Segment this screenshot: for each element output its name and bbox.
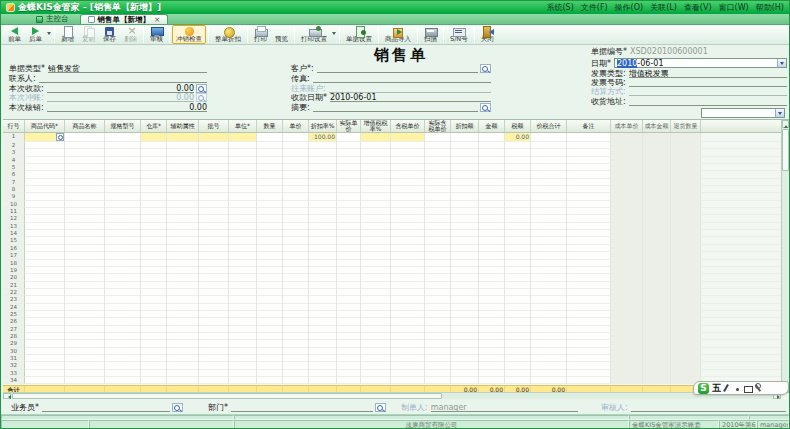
grid-cell[interactable] xyxy=(25,171,65,178)
grid-cell[interactable] xyxy=(65,245,105,252)
grid-cell[interactable] xyxy=(425,142,451,149)
salesman-lookup-icon[interactable] xyxy=(172,403,183,412)
scroll-left-icon[interactable] xyxy=(3,393,11,399)
grid-cell[interactable] xyxy=(361,333,391,340)
grid-cell[interactable] xyxy=(337,340,361,347)
grid-cell[interactable] xyxy=(25,260,65,267)
grid-cell[interactable] xyxy=(257,142,283,149)
grid-cell[interactable] xyxy=(141,289,167,296)
date-combobox[interactable]: 2010 -06-01 xyxy=(614,58,787,68)
grid-cell[interactable] xyxy=(283,193,309,200)
grid-cell[interactable] xyxy=(671,282,701,289)
grid-cell[interactable] xyxy=(671,164,701,171)
grid-cell[interactable] xyxy=(199,179,229,186)
grid-cell[interactable] xyxy=(643,179,671,186)
grid-cell[interactable] xyxy=(531,355,567,362)
grid-cell[interactable] xyxy=(337,208,361,215)
grid-cell[interactable] xyxy=(65,142,105,149)
grid-cell[interactable] xyxy=(361,193,391,200)
grid-cell[interactable] xyxy=(671,142,701,149)
grid-cell[interactable] xyxy=(479,377,505,384)
grid-cell[interactable] xyxy=(643,377,671,384)
grid-cell[interactable] xyxy=(505,245,531,252)
grid-cell[interactable] xyxy=(65,186,105,193)
grid-cell[interactable] xyxy=(199,274,229,281)
grid-cell[interactable] xyxy=(671,355,701,362)
grid-cell[interactable] xyxy=(229,164,257,171)
grid-cell[interactable] xyxy=(451,133,479,142)
grid-cell[interactable] xyxy=(141,282,167,289)
grid-cell[interactable] xyxy=(105,215,141,222)
grid-cell[interactable] xyxy=(309,179,337,186)
grid-cell[interactable] xyxy=(141,377,167,384)
grid-cell[interactable] xyxy=(199,260,229,267)
grid-cell[interactable] xyxy=(671,333,701,340)
grid-cell[interactable] xyxy=(257,362,283,369)
grid-cell[interactable] xyxy=(567,223,611,230)
chevron-down-icon[interactable] xyxy=(775,109,784,117)
toolbar-button-preview[interactable]: 预览 xyxy=(271,25,292,44)
grid-cell[interactable] xyxy=(167,289,199,296)
grid-cell[interactable] xyxy=(505,142,531,149)
grid-cell[interactable] xyxy=(25,274,65,281)
grid-cell[interactable] xyxy=(309,164,337,171)
floating-combobox[interactable] xyxy=(701,108,785,118)
contact-input[interactable] xyxy=(39,74,207,83)
grid-cell[interactable] xyxy=(229,149,257,156)
grid-cell[interactable] xyxy=(611,289,643,296)
grid-cell[interactable] xyxy=(141,133,167,142)
grid-cell[interactable] xyxy=(391,318,425,325)
grid-cell[interactable] xyxy=(65,171,105,178)
grid-cell[interactable] xyxy=(167,333,199,340)
grid-cell[interactable] xyxy=(105,201,141,208)
grid-cell[interactable] xyxy=(337,304,361,311)
grid-cell[interactable] xyxy=(505,252,531,259)
grid-cell[interactable] xyxy=(167,208,199,215)
grid-cell[interactable] xyxy=(479,326,505,333)
grid-cell[interactable] xyxy=(25,267,65,274)
grid-cell[interactable] xyxy=(451,164,479,171)
grid-cell[interactable] xyxy=(199,340,229,347)
grid-cell[interactable] xyxy=(141,164,167,171)
grid-cell[interactable] xyxy=(167,362,199,369)
grid-cell[interactable] xyxy=(451,348,479,355)
grid-cell[interactable] xyxy=(425,171,451,178)
grid-cell[interactable] xyxy=(671,237,701,244)
grid-cell[interactable] xyxy=(167,215,199,222)
grid-cell[interactable] xyxy=(451,377,479,384)
grid-cell[interactable] xyxy=(337,267,361,274)
grid-cell[interactable] xyxy=(451,237,479,244)
grid-cell[interactable] xyxy=(141,186,167,193)
grid-cell[interactable] xyxy=(199,201,229,208)
grid-cell[interactable] xyxy=(65,149,105,156)
grid-cell[interactable] xyxy=(531,149,567,156)
grid-cell[interactable] xyxy=(479,348,505,355)
grid-cell[interactable] xyxy=(65,348,105,355)
grid-cell[interactable] xyxy=(361,157,391,164)
menu-item[interactable]: 窗口(W) xyxy=(719,2,749,13)
grid-cell[interactable] xyxy=(451,201,479,208)
grid-cell[interactable] xyxy=(361,208,391,215)
grid-cell[interactable] xyxy=(65,318,105,325)
grid-cell[interactable] xyxy=(611,186,643,193)
grid-cell[interactable] xyxy=(361,274,391,281)
grid-cell[interactable] xyxy=(671,348,701,355)
grid-cell[interactable] xyxy=(643,223,671,230)
grid-cell[interactable] xyxy=(229,311,257,318)
grid-cell[interactable] xyxy=(65,164,105,171)
grid-cell[interactable] xyxy=(671,340,701,347)
grid-cell[interactable] xyxy=(451,260,479,267)
grid-cell[interactable] xyxy=(105,186,141,193)
grid-column-header[interactable]: 价税合计 xyxy=(531,120,567,132)
grid-cell[interactable] xyxy=(309,377,337,384)
grid-cell[interactable] xyxy=(25,193,65,200)
grid-cell[interactable] xyxy=(425,164,451,171)
grid-cell[interactable] xyxy=(505,230,531,237)
grid-cell[interactable] xyxy=(505,208,531,215)
grid-cell[interactable] xyxy=(141,333,167,340)
grid-cell[interactable] xyxy=(283,201,309,208)
grid-cell[interactable] xyxy=(229,186,257,193)
grid-cell[interactable] xyxy=(167,164,199,171)
grid-cell[interactable] xyxy=(361,377,391,384)
grid-column-header[interactable]: 备注 xyxy=(567,120,611,132)
